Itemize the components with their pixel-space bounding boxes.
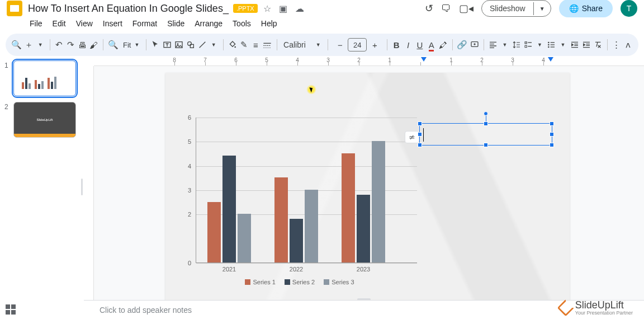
shape-tool[interactable] [186,37,195,53]
insert-comment-button[interactable] [470,37,479,53]
menu-slide[interactable]: Slide [163,17,188,30]
star-icon[interactable]: ☆ [263,3,271,14]
select-tool[interactable] [151,37,160,53]
paint-format-button[interactable]: 🖌 [89,37,99,53]
resize-handle[interactable] [418,132,422,137]
menu-file[interactable]: File [26,17,46,30]
insert-link-button[interactable]: 🔗 [457,37,467,53]
menu-tools[interactable]: Tools [229,17,255,30]
zoom-out-icon[interactable]: 🔍 [108,37,119,53]
move-icon[interactable]: ▣ [279,3,287,14]
zoom-select[interactable]: Fit▼ [121,41,141,49]
svg-point-17 [548,44,550,46]
resize-handle[interactable] [418,121,422,126]
clear-formatting-button[interactable] [593,37,603,53]
align-button[interactable] [489,37,498,53]
indent-decrease-button[interactable] [570,37,579,53]
svg-rect-13 [525,45,527,47]
line-spacing-button[interactable] [512,37,521,53]
menu-view[interactable]: View [72,17,97,30]
underline-button[interactable]: U [415,37,424,53]
svg-point-6 [234,46,236,48]
checklist-button[interactable] [523,37,533,53]
resize-handle[interactable] [484,143,488,147]
speaker-notes-placeholder: Click to add speaker notes [100,306,192,315]
slideshow-dropdown[interactable]: ▼ [533,2,551,15]
svg-point-3 [187,42,191,46]
cloud-icon[interactable]: ☁ [295,3,304,14]
search-menus-icon[interactable]: 🔍 [11,37,22,53]
menu-arrange[interactable]: Arrange [191,17,226,30]
line-tool[interactable] [197,37,207,53]
new-slide-button[interactable]: ＋ [24,37,34,53]
resize-handle[interactable] [484,121,488,126]
meet-icon[interactable]: ▢◂ [459,2,473,15]
redo-button[interactable]: ↷ [66,37,75,53]
textbox-tool[interactable] [163,37,172,53]
selected-textbox[interactable] [419,123,552,146]
slideshow-button[interactable]: Slideshow ▼ [481,0,551,17]
font-select[interactable]: Calibri▼ [281,40,323,49]
app-icon[interactable] [7,1,22,16]
resize-handle[interactable] [550,121,554,126]
slide-thumbnail-2[interactable]: SlideUpLift [13,102,76,138]
menu-bar: File Edit View Insert Format Slide Arran… [0,17,644,34]
menu-help[interactable]: Help [257,17,281,30]
border-weight-button[interactable]: ≡ [251,37,261,53]
print-button[interactable]: 🖶 [78,37,87,53]
rotate-handle[interactable] [484,111,488,116]
bold-button[interactable]: B [392,37,401,53]
checklist-dropdown[interactable]: ▼ [535,37,544,53]
border-dash-button[interactable] [263,37,272,53]
collapse-toolbar-button[interactable]: ʌ [623,37,633,53]
bullet-dropdown[interactable]: ▼ [558,37,568,53]
thumb-number: 1 [4,60,10,96]
new-slide-dropdown[interactable]: ▼ [36,37,45,53]
fontsize-input[interactable]: 24 [348,38,367,51]
more-options-button[interactable]: ⋮ [612,37,621,53]
fontsize-decrease[interactable]: − [332,37,348,53]
slideuplift-logo-icon [560,302,572,314]
menu-format[interactable]: Format [129,17,161,30]
fontsize-increase[interactable]: + [367,37,382,53]
resize-handle[interactable] [550,132,554,137]
line-dropdown[interactable]: ▼ [209,37,219,53]
canvas[interactable]: 876543211234 023456 202120222023 Series … [84,56,644,301]
undo-button[interactable]: ↶ [54,37,64,53]
slide-panel[interactable]: 1 2 SlideUpLift [0,56,80,301]
slide-thumbnail-1[interactable] [13,60,76,96]
indent-increase-button[interactable] [581,37,591,53]
globe-icon: 🌐 [569,4,579,13]
image-tool[interactable] [174,37,184,53]
bullet-list-button[interactable] [547,37,556,53]
menu-insert[interactable]: Insert [99,17,126,30]
italic-button[interactable]: I [404,37,413,53]
highlight-button[interactable]: 🖍 [438,37,448,53]
bar-chart[interactable]: 023456 202120222023 Series 1Series 2Seri… [182,118,417,285]
svg-point-2 [177,43,179,45]
svg-line-5 [199,42,205,48]
menu-edit[interactable]: Edit [49,17,70,30]
title-bar: How To Insert An Equation In Google Slid… [0,0,644,17]
file-type-badge: .PPTX [233,4,258,13]
align-dropdown[interactable]: ▼ [500,37,510,53]
speaker-notes-resize[interactable] [357,298,371,301]
border-color-button[interactable]: ✎ [239,37,249,53]
account-avatar[interactable]: T [621,0,637,17]
history-icon[interactable]: ↺ [425,2,433,15]
toolbar: 🔍 ＋ ▼ ↶ ↷ 🖶 🖌 🔍 Fit▼ ▼ ✎ ≡ Calibri▼ − 24… [6,34,638,56]
horizontal-ruler[interactable]: 876543211234 [94,56,644,66]
fill-color-button[interactable] [228,37,237,53]
resize-handle[interactable] [550,143,554,147]
text-color-button[interactable]: A [427,37,436,53]
slide-page[interactable]: 023456 202120222023 Series 1Series 2Seri… [165,73,570,301]
comments-icon[interactable]: 🗨 [441,3,451,15]
ruler-indent-marker[interactable] [548,57,553,62]
share-button[interactable]: 🌐 Share [559,0,613,17]
document-title[interactable]: How To Insert An Equation In Google Slid… [28,3,229,15]
svg-point-15 [548,42,550,44]
resize-handle[interactable] [418,143,422,147]
ruler-indent-marker[interactable] [421,57,427,62]
grid-view-button[interactable] [6,304,16,315]
vertical-ruler[interactable] [84,66,94,301]
